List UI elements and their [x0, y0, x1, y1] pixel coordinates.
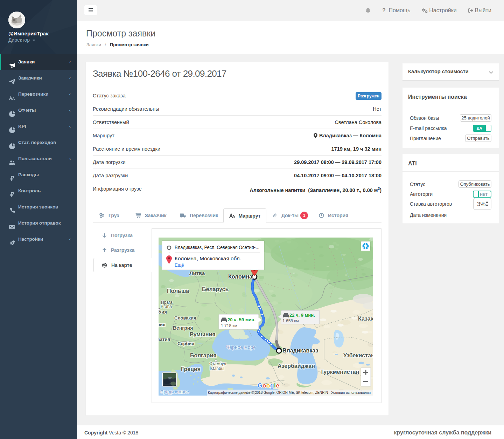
svg-text:Чёрное море: Чёрное море [226, 344, 256, 350]
svg-text:Беларусь: Беларусь [202, 286, 229, 292]
svg-text:Туркменистан: Туркменистан [320, 369, 359, 375]
svg-text:g: g [270, 382, 274, 389]
svg-text:Владикавказ: Владикавказ [282, 348, 318, 354]
svg-text:Стамбул: Стамбул [209, 361, 226, 366]
svg-text:İstanbul: İstanbul [210, 366, 224, 371]
svg-text:Ещё: Ещё [175, 262, 184, 268]
svg-text:1 658 км: 1 658 км [282, 318, 299, 323]
svg-text:1 718 км: 1 718 км [221, 323, 237, 328]
svg-text:Владикавказ, Респ. Северная Ос: Владикавказ, Респ. Северная Осетия-... [175, 245, 259, 250]
svg-text:Сербия: Сербия [177, 341, 194, 346]
svg-text:Греция: Греция [181, 366, 201, 372]
svg-text:Узбекистан: Узбекистан [343, 352, 373, 358]
svg-text:Литва: Литва [189, 270, 205, 276]
svg-text:Картографические данные © 2018: Картографические данные © 2018 Google, O… [208, 390, 328, 395]
svg-text:G: G [258, 382, 262, 389]
svg-text:o: o [266, 382, 270, 389]
svg-text:Коломна: Коломна [228, 274, 252, 280]
svg-text:l: l [274, 382, 276, 389]
svg-text:Румыния: Румыния [190, 331, 216, 337]
svg-text:22 ч. 9 мин.: 22 ч. 9 мин. [289, 313, 315, 318]
svg-text:Praha: Praha [161, 304, 172, 309]
svg-text:ватия: ватия [159, 337, 170, 342]
svg-text:Азербайджан: Азербайджан [278, 363, 315, 369]
svg-text:Венгрия: Венгрия [173, 325, 193, 331]
svg-text:Коломна, Московская обл.: Коломна, Московская обл. [175, 256, 241, 261]
svg-text:e: e [276, 382, 279, 389]
svg-text:o: o [262, 382, 266, 389]
svg-text:Условия использования: Условия использования [331, 390, 371, 395]
svg-text:ехия: ехия [159, 309, 167, 315]
svg-text:Польша: Польша [167, 288, 189, 294]
svg-text:Средиземное: Средиземное [160, 389, 189, 395]
svg-text:20 ч. 59 мин.: 20 ч. 59 мин. [227, 317, 255, 322]
svg-text:Казахст: Казахст [358, 316, 373, 322]
svg-text:рия: рия [159, 322, 166, 327]
svg-text:Словакия: Словакия [174, 315, 196, 321]
svg-text:Болгария: Болгария [190, 352, 217, 358]
